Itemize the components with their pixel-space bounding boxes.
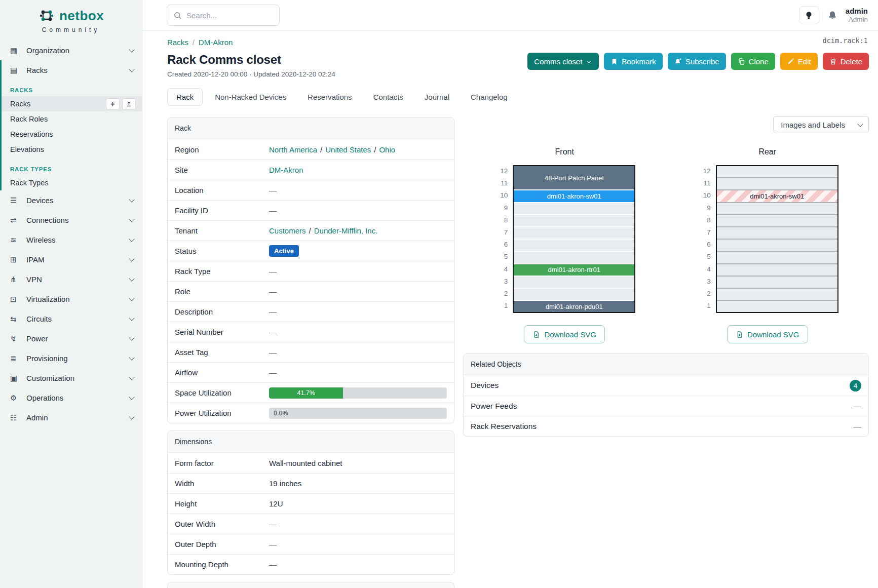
related-row-power-feeds[interactable]: Power Feeds— xyxy=(464,396,868,416)
dimensions-panel-title: Dimensions xyxy=(168,431,454,453)
power-utilization-bar: 0.0% xyxy=(269,408,447,419)
breadcrumb-site-link[interactable]: DM-Akron xyxy=(199,38,233,47)
document-icon: ≣ xyxy=(10,354,22,363)
sidebar-item-admin[interactable]: ☷Admin xyxy=(0,408,142,427)
sidebar-item-virtualization[interactable]: ⊡Virtualization xyxy=(0,289,142,309)
search-input[interactable] xyxy=(186,11,262,20)
empty-rack-unit xyxy=(717,301,837,312)
region-link[interactable]: United States xyxy=(325,145,371,154)
row-width: Width19 inches xyxy=(168,473,454,493)
chevron-down-icon xyxy=(129,197,134,202)
sidebar-item-vpn[interactable]: ⋔VPN xyxy=(0,269,142,289)
sidebar-item-operations[interactable]: ⚙Operations xyxy=(0,388,142,408)
unit-number: 9 xyxy=(493,202,508,214)
sidebar-subitem-rack-roles[interactable]: Rack Roles xyxy=(0,111,142,127)
lightning-icon: ↯ xyxy=(10,334,22,343)
unit-number: 2 xyxy=(493,288,508,300)
chevron-down-icon xyxy=(129,335,134,340)
download-svg-front-button[interactable]: Download SVG xyxy=(524,325,605,343)
user-name: admin xyxy=(846,7,868,16)
unit-number: 5 xyxy=(697,251,711,263)
related-objects-panel: Related Objects Devices4Power Feeds—Rack… xyxy=(463,353,869,437)
sidebar-item-organization[interactable]: ▦ Organization xyxy=(0,41,142,60)
tab-reservations[interactable]: Reservations xyxy=(298,88,361,106)
chevron-down-icon xyxy=(129,374,134,380)
tab-changelog[interactable]: Changelog xyxy=(462,88,517,106)
region-link[interactable]: Ohio xyxy=(379,145,395,154)
download-svg-rear-button[interactable]: Download SVG xyxy=(727,325,808,343)
delete-button[interactable]: Delete xyxy=(823,53,869,70)
edit-button[interactable]: Edit xyxy=(780,53,818,70)
bookmark-button[interactable]: Bookmark xyxy=(604,53,663,70)
tenant-link[interactable]: Dunder-Mifflin, Inc. xyxy=(314,226,378,235)
unit-number: 6 xyxy=(493,239,508,251)
sidebar-item-power[interactable]: ↯Power xyxy=(0,329,142,348)
empty-rack-unit xyxy=(717,203,837,214)
sidebar-item-connections[interactable]: ⇌Connections xyxy=(0,210,142,230)
brand-name: netbox xyxy=(59,8,104,24)
tab-non-racked-devices[interactable]: Non-Racked Devices xyxy=(206,88,295,106)
site-link[interactable]: DM-Akron xyxy=(269,166,303,174)
notifications-bell-icon[interactable] xyxy=(827,10,837,20)
chevron-down-icon xyxy=(129,355,134,360)
netbox-logo[interactable]: netbox Community xyxy=(0,0,142,33)
sidebar-item-ipam[interactable]: ⊞IPAM xyxy=(0,250,142,269)
pencil-icon xyxy=(787,58,794,65)
rear-elevation-title: Rear xyxy=(758,147,776,156)
subscribe-button[interactable]: Subscribe xyxy=(668,53,726,70)
unit-number: 8 xyxy=(493,214,508,226)
sidebar-item-devices[interactable]: ☰Devices xyxy=(0,190,142,210)
users-icon: ☷ xyxy=(10,413,22,422)
chevron-down-icon xyxy=(129,276,134,281)
empty-rack-unit xyxy=(514,289,634,300)
unit-number: 11 xyxy=(493,177,508,189)
rack-device-dmi01-akron-sw01[interactable]: dmi01-akron-sw01 xyxy=(514,190,634,202)
tenant-group-link[interactable]: Customers xyxy=(269,226,306,235)
lightbulb-icon xyxy=(805,11,813,20)
sidebar-item-wireless[interactable]: ≋Wireless xyxy=(0,230,142,250)
rack-device-dmi01-akron-pdu01[interactable]: dmi01-akron-pdu01 xyxy=(514,301,634,312)
netbox-logo-icon xyxy=(38,7,55,24)
add-rack-button[interactable] xyxy=(106,98,120,110)
region-link[interactable]: North America xyxy=(269,145,317,154)
user-menu[interactable]: admin Admin xyxy=(846,7,868,24)
empty-rack-unit xyxy=(717,289,837,300)
chevron-down-icon xyxy=(129,414,134,419)
import-racks-button[interactable] xyxy=(122,98,136,110)
chevron-down-icon xyxy=(129,236,134,242)
tab-rack[interactable]: Rack xyxy=(167,88,203,106)
sidebar-item-provisioning[interactable]: ≣Provisioning xyxy=(0,348,142,368)
rack-device-dmi01-akron-sw01[interactable]: dmi01-akron-sw01 xyxy=(717,190,837,202)
section-header-racks: RACKS xyxy=(0,80,142,96)
sidebar-subitem-rack-types[interactable]: Rack Types xyxy=(0,175,142,190)
rack-device-dmi01-akron-rtr01[interactable]: dmi01-akron-rtr01 xyxy=(514,264,634,276)
elevation-view-select[interactable]: Images and Labels xyxy=(773,116,869,133)
sidebar-item-circuits[interactable]: ⇆Circuits xyxy=(0,309,142,329)
empty-rack-unit xyxy=(717,227,837,239)
rack-device-48-port-patch-panel[interactable]: 48-Port Patch Panel xyxy=(514,166,634,189)
breadcrumb-racks-link[interactable]: Racks xyxy=(167,38,188,47)
status-badge: Active xyxy=(269,245,299,257)
related-row-rack-reservations[interactable]: Rack Reservations— xyxy=(464,416,868,436)
clone-button[interactable]: Clone xyxy=(731,53,775,70)
empty-rack-unit xyxy=(717,240,837,251)
sidebar-subitem-racks[interactable]: Racks xyxy=(0,96,142,111)
file-download-icon xyxy=(532,331,540,338)
tab-journal[interactable]: Journal xyxy=(415,88,459,106)
global-search[interactable] xyxy=(167,5,280,26)
unit-number: 11 xyxy=(697,177,711,189)
theme-toggle-button[interactable] xyxy=(799,6,819,24)
sidebar-subitem-reservations[interactable]: Reservations xyxy=(0,127,142,142)
sidebar-subitem-elevations[interactable]: Elevations xyxy=(0,142,142,157)
sidebar-item-racks[interactable]: ▤ Racks xyxy=(0,60,142,80)
wifi-icon: ≋ xyxy=(10,236,22,245)
sidebar-item-customization[interactable]: ▣Customization xyxy=(0,368,142,388)
user-role: Admin xyxy=(846,16,868,24)
related-row-devices[interactable]: Devices4 xyxy=(464,375,868,396)
tab-contacts[interactable]: Contacts xyxy=(364,88,412,106)
row-outer-depth: Outer Depth— xyxy=(168,534,454,554)
brand-subtitle: Community xyxy=(0,26,142,33)
dimensions-panel: Dimensions Form factorWall-mounted cabin… xyxy=(167,430,454,575)
rack-selector-dropdown[interactable]: Comms closet xyxy=(527,53,599,70)
trash-icon xyxy=(829,58,837,65)
